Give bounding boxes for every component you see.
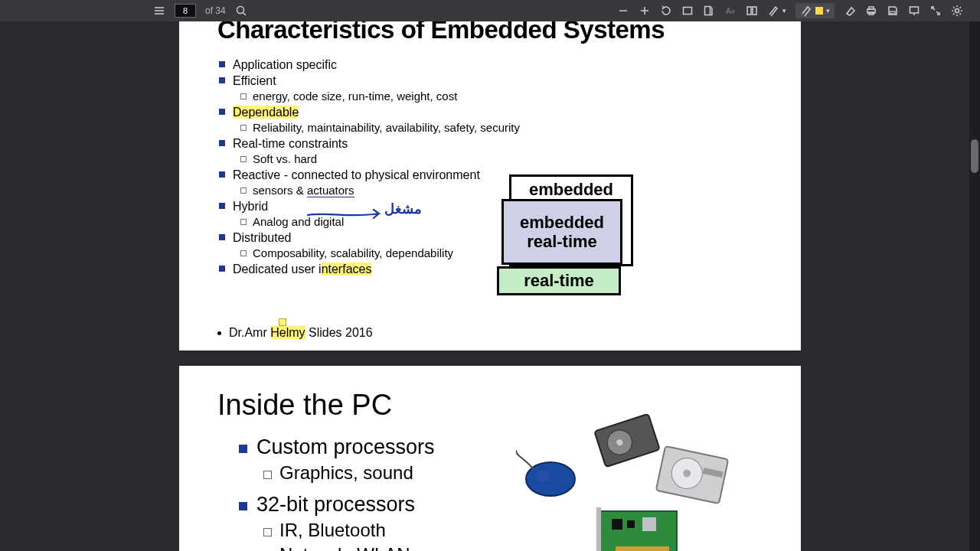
sub-bullet-text: IR, Bluetooth bbox=[279, 520, 386, 541]
sub-bullet-text: Soft vs. hard bbox=[253, 152, 317, 167]
page-number-input[interactable] bbox=[175, 4, 196, 18]
mouse-image bbox=[516, 450, 585, 504]
slide-page: Inside the PC Custom processors Graphics… bbox=[179, 366, 801, 551]
print-icon[interactable] bbox=[865, 5, 877, 17]
bullet-text: Real-time constraints bbox=[233, 135, 348, 152]
svg-text:A»: A» bbox=[726, 7, 736, 15]
eraser-icon[interactable] bbox=[844, 5, 856, 17]
svg-rect-12 bbox=[753, 7, 756, 15]
two-page-icon[interactable] bbox=[746, 5, 758, 17]
pages-container: Characteristics of Embedded Systems Appl… bbox=[179, 21, 801, 551]
svg-rect-16 bbox=[890, 11, 895, 14]
bullet-text: Distributed bbox=[233, 230, 291, 246]
pen-icon bbox=[767, 5, 779, 17]
highlighted-text: Dependable bbox=[233, 106, 299, 119]
pdf-toolbar: of 34 A» ▾ ▾ bbox=[0, 0, 980, 21]
pen-tool[interactable]: ▾ bbox=[767, 5, 786, 17]
sub-bullet-text: sensors & actuators bbox=[253, 183, 354, 198]
vertical-scrollbar[interactable] bbox=[969, 21, 980, 551]
svg-rect-31 bbox=[600, 511, 677, 551]
sub-bullet-text: Reliability, maintainability, availabili… bbox=[253, 120, 520, 135]
zoom-in-icon[interactable] bbox=[639, 5, 651, 17]
network-card-image bbox=[596, 504, 688, 551]
search-icon[interactable] bbox=[235, 5, 247, 17]
svg-rect-33 bbox=[612, 519, 622, 530]
sub-bullet-text: Graphics, sound bbox=[279, 462, 413, 484]
scrollbar-thumb[interactable] bbox=[971, 139, 978, 173]
svg-rect-8 bbox=[684, 8, 692, 15]
svg-rect-36 bbox=[616, 546, 669, 551]
zoom-out-icon[interactable] bbox=[617, 5, 629, 17]
ink-annotation: مشغل bbox=[384, 201, 422, 217]
pdf-viewer[interactable]: Characteristics of Embedded Systems Appl… bbox=[0, 21, 980, 551]
bullet-text: Application specific bbox=[233, 57, 337, 73]
bullet-text: Reactive - connected to physical environ… bbox=[233, 167, 480, 183]
svg-point-23 bbox=[535, 470, 550, 482]
slide-title: Characteristics of Embedded Systems bbox=[217, 21, 763, 44]
sub-bullet-text: Network, WLAN bbox=[279, 544, 410, 551]
rotate-icon[interactable] bbox=[660, 5, 672, 17]
sub-bullet-text: energy, code size, run-time, weight, cos… bbox=[253, 89, 457, 104]
present-icon[interactable] bbox=[908, 5, 920, 17]
page-total-label: of 34 bbox=[205, 5, 226, 16]
page-layout-icon[interactable] bbox=[703, 5, 715, 17]
bullet-text: Hybrid bbox=[233, 198, 268, 214]
read-aloud-icon[interactable]: A» bbox=[724, 5, 737, 17]
slide-page: Characteristics of Embedded Systems Appl… bbox=[179, 21, 801, 350]
bullet-text: 32-bit processors bbox=[256, 493, 415, 517]
svg-rect-11 bbox=[747, 7, 751, 15]
sub-bullet-text: Composability, scalability, dependabilit… bbox=[253, 246, 453, 261]
svg-rect-34 bbox=[627, 520, 635, 528]
bullet-text: Dependable bbox=[233, 104, 299, 120]
bullet-text: Efficient bbox=[233, 73, 276, 89]
fit-page-icon[interactable] bbox=[681, 5, 694, 17]
highlighter-tool[interactable]: ▾ bbox=[795, 3, 835, 18]
diagram-box-realtime: real-time bbox=[497, 266, 621, 295]
app-root: of 34 A» ▾ ▾ bbox=[0, 0, 980, 551]
slide-title: Inside the PC bbox=[217, 389, 763, 422]
settings-icon[interactable] bbox=[951, 5, 963, 17]
diagram-box-embedded-realtime: embedded real-time bbox=[501, 199, 622, 265]
sticky-note-icon[interactable] bbox=[279, 318, 286, 326]
save-icon[interactable] bbox=[887, 5, 899, 17]
highlighter-color-swatch bbox=[815, 7, 823, 15]
chevron-down-icon: ▾ bbox=[782, 7, 786, 15]
bullet-list: Application specific Efficient energy, c… bbox=[217, 57, 763, 277]
highlighter-icon bbox=[800, 5, 812, 17]
svg-rect-32 bbox=[596, 507, 601, 551]
slide-footer: Dr.Amr Helmy Slides 2016 bbox=[217, 326, 373, 340]
svg-rect-35 bbox=[642, 517, 656, 531]
chevron-down-icon: ▾ bbox=[826, 7, 830, 15]
svg-point-3 bbox=[237, 7, 243, 14]
bullet-text: Dedicated user interfaces bbox=[233, 261, 371, 277]
svg-line-4 bbox=[243, 13, 246, 16]
svg-rect-17 bbox=[910, 7, 919, 13]
svg-point-22 bbox=[526, 462, 575, 496]
svg-rect-14 bbox=[869, 7, 874, 9]
venn-diagram: embedded real-time embedded real-time bbox=[497, 174, 635, 297]
sidebar-toggle-icon[interactable] bbox=[153, 5, 165, 17]
fullscreen-icon[interactable] bbox=[929, 5, 942, 17]
svg-rect-9 bbox=[705, 7, 710, 15]
bullet-text: Custom processors bbox=[256, 435, 435, 459]
svg-point-21 bbox=[956, 9, 959, 13]
